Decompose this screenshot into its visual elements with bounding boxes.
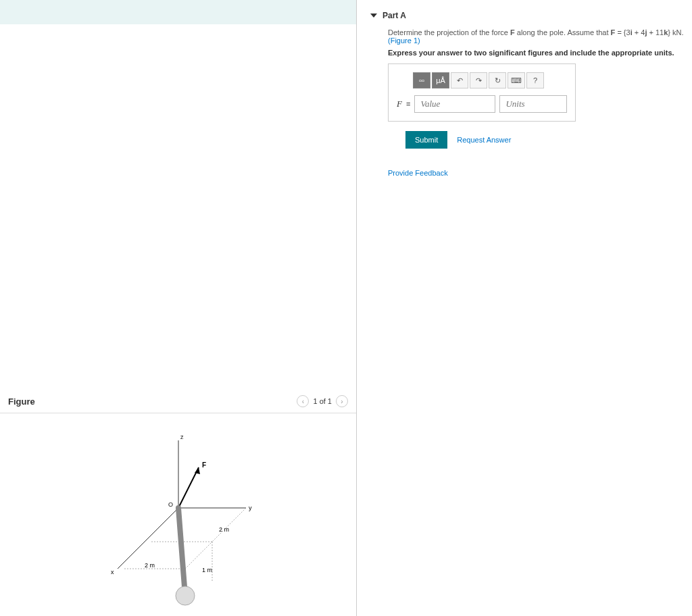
figure-panel: Figure ‹ 1 of 1 › z y x F xyxy=(0,390,356,616)
origin-label: O xyxy=(168,501,173,508)
dim-1m: 1 m xyxy=(202,567,212,573)
figure-link[interactable]: (Figure 1) xyxy=(388,36,420,45)
value-input[interactable] xyxy=(414,95,495,113)
figure-page-count: 1 of 1 xyxy=(313,397,332,405)
redo-button[interactable]: ↷ xyxy=(470,72,487,88)
figure-pager: ‹ 1 of 1 › xyxy=(297,395,348,407)
submit-button[interactable]: Submit xyxy=(405,131,447,149)
figure-diagram: z y x F O 2 m 2 m xyxy=(77,420,280,609)
svg-line-9 xyxy=(185,542,212,569)
force-label: F xyxy=(202,461,206,469)
left-column: Figure ‹ 1 of 1 › z y x F xyxy=(0,0,357,616)
svg-line-2 xyxy=(118,508,178,569)
figure-body: z y x F O 2 m 2 m xyxy=(0,413,356,616)
part-title: Part A xyxy=(382,11,406,20)
undo-button[interactable]: ↶ xyxy=(451,72,468,88)
variable-label: F xyxy=(397,99,402,109)
units-input[interactable] xyxy=(499,95,567,113)
svg-line-3 xyxy=(178,467,199,508)
dim-2m-b: 2 m xyxy=(145,562,155,569)
right-column: Part A Determine the projection of the f… xyxy=(357,0,692,616)
provide-feedback-link[interactable]: Provide Feedback xyxy=(388,169,448,177)
axis-x-label: x xyxy=(111,569,114,575)
question-text: Determine the projection of the force F … xyxy=(388,28,692,45)
reset-button[interactable]: ↻ xyxy=(489,72,506,88)
dim-2m-a: 2 m xyxy=(219,526,229,533)
svg-point-6 xyxy=(176,586,195,605)
keyboard-button[interactable]: ⌨ xyxy=(508,72,525,88)
equals-sign: = xyxy=(406,100,410,108)
templates-button[interactable]: ▫▫ xyxy=(413,72,430,88)
svg-line-5 xyxy=(178,508,185,596)
symbols-button[interactable]: μÅ xyxy=(432,72,449,88)
instruction-text: Express your answer to two significant f… xyxy=(388,49,692,57)
part-header[interactable]: Part A xyxy=(370,7,692,24)
request-answer-link[interactable]: Request Answer xyxy=(457,136,511,144)
caret-down-icon xyxy=(370,14,377,18)
svg-line-7 xyxy=(212,508,246,542)
answer-box: ▫▫ μÅ ↶ ↷ ↻ ⌨ ? F = xyxy=(388,63,576,122)
figure-next-button[interactable]: › xyxy=(336,395,348,407)
context-bar xyxy=(0,0,356,24)
axis-y-label: y xyxy=(249,505,252,511)
formatting-toolbar: ▫▫ μÅ ↶ ↷ ↻ ⌨ ? xyxy=(413,72,567,88)
figure-prev-button[interactable]: ‹ xyxy=(297,395,309,407)
help-button[interactable]: ? xyxy=(526,72,544,88)
figure-title: Figure xyxy=(8,396,35,407)
axis-z-label: z xyxy=(180,434,184,440)
